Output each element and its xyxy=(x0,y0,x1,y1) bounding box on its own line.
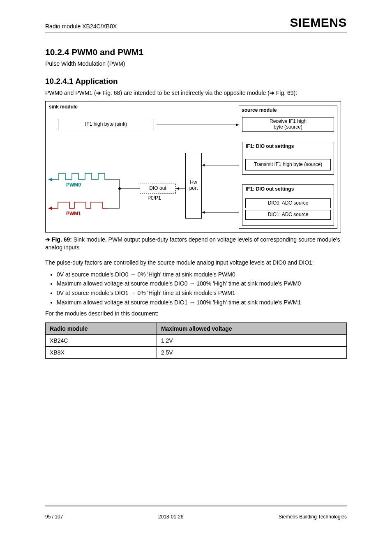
arrow-right-icon: ➔ xyxy=(270,90,274,96)
intro-paragraph: PWM0 and PWM1 (➔ Fig. 68) are intended t… xyxy=(45,89,347,97)
explain-paragraph: The pulse-duty factors are controlled by… xyxy=(45,259,347,267)
td-module: XB8X xyxy=(46,347,157,359)
table-row: XB8X 2.5V xyxy=(46,347,347,359)
fig-caption-text: Sink module, PWM output pulse-duty facto… xyxy=(45,236,340,251)
table-row: XB24C 1.2V xyxy=(46,335,347,347)
footer-page: 95 / 107 xyxy=(45,514,63,520)
if1-sink-text: IF1 high byte (sink) xyxy=(85,122,127,127)
td-voltage: 1.2V xyxy=(157,335,346,347)
transmit-if1-box: Transmit IF1 high byte (source) xyxy=(245,159,331,170)
figure-69-diagram: sink module IF1 high byte (sink) source … xyxy=(45,101,341,233)
footer-company: Siemens Building Technologies xyxy=(279,514,347,520)
module-sentence: For the modules described in this docume… xyxy=(45,310,347,318)
arrow-right-icon: ➔ xyxy=(96,90,101,96)
bullet-list: 0V at source module's DIO0 → 0% 'High' t… xyxy=(57,271,347,307)
page-header: Radio module XB24C/XB8X SIEMENS xyxy=(45,16,347,33)
page-root: Radio module XB24C/XB8X SIEMENS 10.2.4 P… xyxy=(0,0,392,555)
section-subtitle: Pulse Width Modulation (PWM) xyxy=(45,60,347,67)
intro-text-b: Fig. 68) are intended to be set indirect… xyxy=(103,90,270,96)
dio-out-dashed-box: DIO out xyxy=(140,184,176,193)
subsection-heading: 10.2.4.1 Application xyxy=(45,77,347,86)
if1-sink-box: IF1 high byte (sink) xyxy=(58,119,154,130)
header-doc-title: Radio module XB24C/XB8X xyxy=(45,23,117,30)
header-rule xyxy=(45,32,347,33)
p0p1-label: P0/P1 xyxy=(148,195,161,201)
dio0-adc-box: DIO0: ADC source xyxy=(245,198,331,208)
pwm0-label: PWM0 xyxy=(66,182,81,188)
voltage-table: Radio module Maximum allowed voltage XB2… xyxy=(45,322,347,359)
footer-rule xyxy=(45,505,347,507)
intro-text-a: PWM0 and PWM1 ( xyxy=(45,90,96,96)
page-footer: 95 / 107 2018-01-26 Siemens Building Tec… xyxy=(45,514,347,520)
dio1-adc-text: DIO1: ADC source xyxy=(268,212,309,218)
dio-settings-title-2: IF1: DIO out settings xyxy=(244,186,295,193)
list-item: Maximum allowed voltage at source module… xyxy=(57,280,347,288)
td-module: XB24C xyxy=(46,335,157,347)
footer-date: 2018-01-26 xyxy=(158,514,183,520)
page-content: 10.2.4 PWM0 and PWM1 Pulse Width Modulat… xyxy=(45,47,347,359)
dio1-adc-box: DIO1: ADC source xyxy=(245,210,331,220)
header-line: Radio module XB24C/XB8X SIEMENS xyxy=(45,16,347,30)
th-max-voltage: Maximum allowed voltage xyxy=(157,323,346,335)
receive-if1-box: Receive IF1 highbyte (source) xyxy=(242,117,334,132)
receive-if1-text1: Receive IF1 highbyte (source) xyxy=(270,119,307,130)
th-radio-module: Radio module xyxy=(46,323,157,335)
intro-text-c: Fig. 69): xyxy=(276,90,297,96)
source-module-label: source module xyxy=(242,108,277,113)
hw-port-box: Hw port xyxy=(185,153,202,219)
dio-settings-title: IF1: DIO out settings xyxy=(244,143,295,150)
section-heading: 10.2.4 PWM0 and PWM1 xyxy=(45,47,347,57)
figure-caption: ➔ Fig. 69: Sink module, PWM output pulse… xyxy=(45,236,347,251)
transmit-if1-text: Transmit IF1 high byte (source) xyxy=(254,162,322,168)
siemens-wordmark: SIEMENS xyxy=(290,16,347,30)
td-voltage: 2.5V xyxy=(157,347,346,359)
list-item: 0V at source module's DIO0 → 0% 'High' t… xyxy=(57,271,347,279)
arrow-right-icon: ➔ xyxy=(45,236,50,243)
dio-out-text: DIO out xyxy=(149,186,166,191)
dio0-adc-text: DIO0: ADC source xyxy=(268,200,309,206)
sink-module-label: sink module xyxy=(49,104,78,110)
hw-port-text: Hw port xyxy=(187,180,200,191)
list-item: 0V at source module's DIO1 → 0% 'High' t… xyxy=(57,289,347,297)
pwm1-label: PWM1 xyxy=(66,211,81,216)
list-item: Maximum allowed voltage at source module… xyxy=(57,299,347,306)
fig-caption-prefix: Fig. 69: xyxy=(52,236,72,243)
